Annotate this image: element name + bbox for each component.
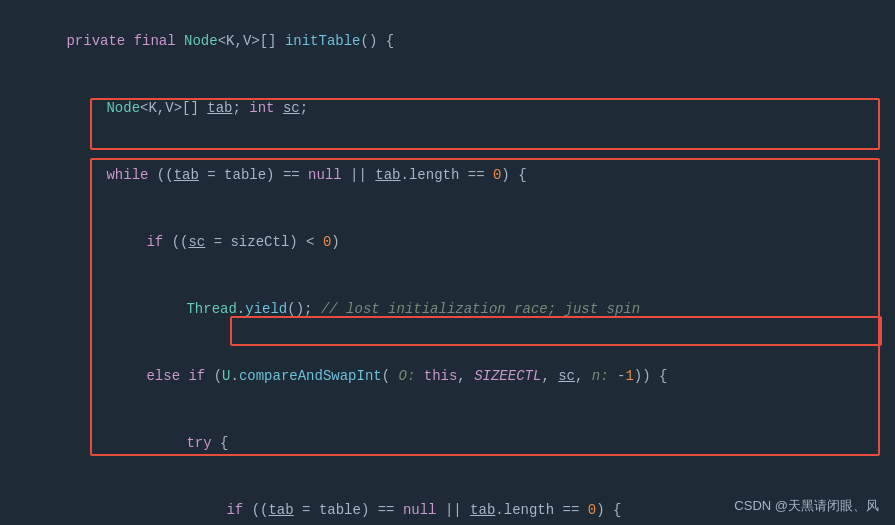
code-line: private final Node<K,V>[] initTable() { (0, 8, 895, 75)
code-line: Thread.yield(); // lost initialization r… (0, 276, 895, 343)
code-container: private final Node<K,V>[] initTable() { … (0, 0, 895, 525)
code-line: if ((sc = sizeCtl) < 0) (0, 209, 895, 276)
code-line: else if (U.compareAndSwapInt( O: this, S… (0, 343, 895, 410)
code-line: try { (0, 410, 895, 477)
code-line: Node<K,V>[] tab; int sc; (0, 75, 895, 142)
code-line: while ((tab = table) == null || tab.leng… (0, 142, 895, 209)
watermark: CSDN @天黑请闭眼、风 (734, 497, 879, 515)
